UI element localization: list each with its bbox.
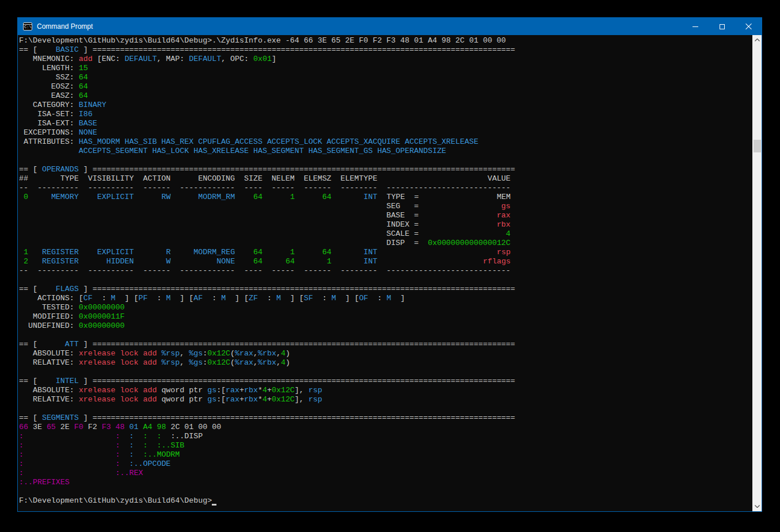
terminal-line: == [ FLAGS ] ===========================… (19, 285, 752, 294)
terminal-line: == [ ATT ] =============================… (19, 340, 752, 349)
terminal-line: SCALE = 4 (19, 229, 752, 239)
terminal-line: :..PREFIXES (19, 478, 752, 487)
terminal-line: BASE = rax (19, 211, 752, 220)
terminal-line: INDEX = rbx (19, 220, 752, 229)
command-prompt-window: C:\ Command Prompt F:\Development\GitHub… (17, 17, 762, 512)
terminal-line: UNDEFINED: 0x00000000 (19, 322, 752, 331)
terminal-line: == [ INTEL ] ===========================… (19, 377, 752, 386)
scroll-down-button[interactable] (752, 502, 762, 511)
terminal-output[interactable]: F:\Development\GitHub\zydis\Build64\Debu… (18, 35, 752, 511)
terminal-line (19, 331, 752, 340)
minimize-button[interactable] (682, 18, 709, 35)
scrollbar[interactable] (752, 35, 762, 511)
window-title: Command Prompt (37, 22, 93, 30)
terminal-line: RELATIVE: xrelease lock add qword ptr gs… (19, 395, 752, 404)
terminal-line: DISP = 0x000000000000012C (19, 239, 752, 248)
terminal-line: EOSZ: 64 (19, 82, 752, 91)
terminal-line: ABSOLUTE: xrelease lock add %rsp, %gs:0x… (19, 349, 752, 358)
terminal-line (19, 368, 752, 377)
terminal-line: SEG = gs (19, 202, 752, 211)
terminal-line: RELATIVE: xrelease lock add %rsp, %gs:0x… (19, 358, 752, 368)
cmd-icon-prompt-text: C:\ (24, 25, 32, 29)
terminal-line: EASZ: 64 (19, 91, 752, 101)
terminal-line: 66 3E 65 2E F0 F2 F3 48 01 A4 98 2C 01 0… (19, 423, 752, 432)
terminal-line: -- --------- ---------- ------ ---------… (19, 266, 752, 275)
close-icon (745, 23, 752, 30)
maximize-button[interactable] (709, 18, 735, 35)
terminal-line: ACCEPTS_SEGMENT HAS_LOCK HAS_XRELEASE HA… (19, 147, 752, 156)
chevron-down-icon (755, 505, 760, 508)
terminal-line: : : :..OPCODE (19, 460, 752, 469)
title-bar[interactable]: C:\ Command Prompt (18, 18, 762, 35)
terminal-line: ISA-EXT: BASE (19, 119, 752, 128)
scroll-up-button[interactable] (752, 35, 762, 45)
maximize-icon (720, 24, 725, 29)
text-cursor (212, 497, 216, 506)
terminal-line: -- --------- ---------- ------ ---------… (19, 183, 752, 193)
terminal-line: == [ SEGMENTS ] ========================… (19, 414, 752, 423)
terminal-line: : : : : :..SIB (19, 441, 752, 450)
terminal-line: ## TYPE VISIBILITY ACTION ENCODING SIZE … (19, 174, 752, 183)
console-area: F:\Development\GitHub\zydis\Build64\Debu… (18, 35, 762, 511)
terminal-line: ACTIONS: [CF : M ] [PF : M ] [AF : M ] [… (19, 294, 752, 303)
terminal-line: 1 REGISTER EXPLICIT R MODRM_REG 64 1 64 … (19, 248, 752, 257)
terminal-line: ATTRIBUTES: HAS_MODRM HAS_SIB HAS_REX CP… (19, 137, 752, 147)
terminal-line (19, 404, 752, 414)
terminal-line: 0 MEMORY EXPLICIT RW MODRM_RM 64 1 64 IN… (19, 193, 752, 202)
terminal-line: : :..REX (19, 469, 752, 478)
terminal-line: EXCEPTIONS: NONE (19, 128, 752, 137)
terminal-line: ABSOLUTE: xrelease lock add qword ptr gs… (19, 386, 752, 395)
terminal-line: MODIFIED: 0x0000011F (19, 312, 752, 322)
terminal-line (19, 275, 752, 285)
terminal-line (19, 156, 752, 165)
terminal-line: LENGTH: 15 (19, 64, 752, 73)
window-controls (682, 18, 762, 35)
terminal-line: F:\Development\GitHub\zydis\Build64\Debu… (19, 36, 752, 45)
terminal-line: CATEGORY: BINARY (19, 101, 752, 110)
terminal-line (19, 487, 752, 496)
terminal-line: : : : :..MODRM (19, 450, 752, 460)
terminal-line: ISA-SET: I86 (19, 110, 752, 119)
terminal-line: : : : : : :..DISP (19, 432, 752, 441)
terminal-line: MNEMONIC: add [ENC: DEFAULT, MAP: DEFAUL… (19, 55, 752, 64)
close-button[interactable] (735, 18, 762, 35)
scrollbar-track[interactable] (752, 45, 762, 502)
terminal-line: == [ BASIC ] ===========================… (19, 45, 752, 55)
terminal-line: == [ OPERANDS ] ========================… (19, 165, 752, 174)
chevron-up-icon (755, 39, 760, 41)
terminal-line: SSZ: 64 (19, 73, 752, 82)
scrollbar-thumb[interactable] (754, 140, 761, 152)
terminal-line: TESTED: 0x00000000 (19, 303, 752, 312)
terminal-line: F:\Development\GitHub\zydis\Build64\Debu… (19, 496, 752, 506)
minimize-icon (693, 26, 698, 27)
terminal-line: 2 REGISTER HIDDEN W NONE 64 64 1 INT rfl… (19, 257, 752, 266)
cmd-icon[interactable]: C:\ (23, 22, 32, 30)
